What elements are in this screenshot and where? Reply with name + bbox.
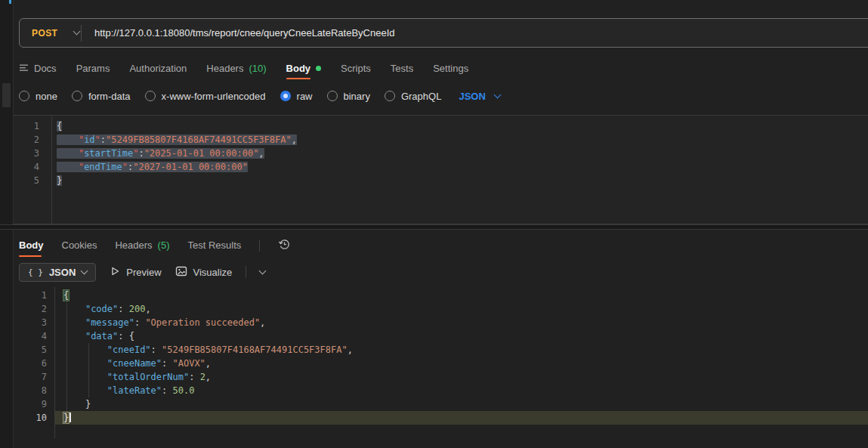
radio-selected-icon	[280, 91, 291, 101]
chevron-down-icon	[493, 91, 501, 98]
method-select[interactable]: POST	[20, 19, 81, 47]
tab-docs[interactable]: Docs	[19, 63, 57, 76]
chevron-down-icon	[81, 267, 88, 274]
toolbar-more-chevron[interactable]	[259, 267, 267, 274]
response-tab-headers[interactable]: Headers (5)	[115, 239, 169, 252]
bodytype-graphql[interactable]: GraphQL	[385, 91, 441, 102]
tab-label: Scripts	[341, 63, 371, 74]
pane-splitter[interactable]	[0, 224, 868, 230]
radio-icon	[385, 91, 395, 101]
history-icon	[278, 238, 291, 254]
tab-label: Docs	[34, 63, 57, 74]
request-body-editor[interactable]: 1{2 "id":"5249FB85807F4168AF74491CC5F3F8…	[14, 115, 868, 224]
tab-scripts[interactable]: Scripts	[341, 63, 371, 76]
image-icon	[175, 266, 187, 279]
active-tab-underline	[19, 255, 42, 257]
preview-button[interactable]: Preview	[110, 266, 161, 279]
braces-icon: { }	[28, 267, 43, 277]
tab-headers[interactable]: Headers (10)	[206, 63, 266, 76]
radio-icon	[327, 91, 338, 101]
tab-label: Body	[19, 239, 44, 251]
scrollbar-thumb[interactable]	[2, 83, 11, 107]
response-tab-test-results[interactable]: Test Results	[188, 239, 242, 252]
tab-label: Headers	[115, 239, 152, 251]
tab-label: Authorization	[129, 63, 187, 74]
divider	[246, 266, 246, 278]
response-tab-cookies[interactable]: Cookies	[62, 239, 97, 252]
tab-label: Settings	[433, 63, 468, 74]
tab-label: Tests	[391, 63, 413, 74]
bodytype-binary[interactable]: binary	[327, 91, 370, 102]
visualize-button[interactable]: Visualize	[175, 266, 233, 279]
docs-icon	[19, 63, 29, 74]
url-input[interactable]: http://127.0.0.1:18080/tms/report/cnee/q…	[82, 27, 394, 39]
radio-icon	[145, 91, 156, 101]
request-url-bar: POST http://127.0.0.1:18080/tms/report/c…	[19, 18, 868, 48]
bodytype-raw[interactable]: raw	[280, 91, 313, 102]
tab-authorization[interactable]: Authorization	[129, 63, 187, 76]
tab-settings[interactable]: Settings	[433, 63, 468, 76]
play-outline-icon	[110, 266, 120, 279]
method-label: POST	[32, 28, 57, 39]
chevron-down-icon	[73, 28, 81, 36]
tab-body[interactable]: Body	[286, 63, 322, 76]
response-tab-body[interactable]: Body	[19, 239, 44, 252]
tab-label: Headers	[206, 63, 243, 74]
divider	[259, 239, 260, 252]
bodytype-none[interactable]: none	[19, 91, 57, 102]
tab-params[interactable]: Params	[76, 63, 110, 76]
body-type-row: none form-data x-www-form-urlencoded raw…	[19, 86, 500, 106]
request-tabs: Docs Params Authorization Headers (10) B…	[19, 60, 468, 77]
response-history-button[interactable]	[278, 238, 291, 254]
headers-count-badge: (5)	[158, 239, 170, 251]
top-edge-accent	[9, 0, 11, 4]
body-modified-dot	[316, 66, 321, 71]
radio-icon	[72, 91, 82, 101]
radio-icon	[19, 91, 29, 101]
bodytype-form-data[interactable]: form-data	[72, 91, 131, 102]
headers-count-badge: (10)	[249, 63, 266, 74]
tab-label: Cookies	[62, 239, 97, 251]
tab-label: Body	[286, 63, 311, 74]
active-tab-underline	[286, 78, 310, 79]
format-label: JSON	[49, 267, 76, 278]
tab-label: Params	[76, 63, 110, 74]
response-format-select[interactable]: { } JSON	[19, 263, 96, 282]
response-toolbar: { } JSON Preview Visualize	[19, 262, 265, 282]
visualize-label: Visualize	[193, 267, 233, 278]
raw-language-label: JSON	[459, 91, 485, 102]
response-body-viewer[interactable]: 1{2 "code": 200,3 "message": "Operation …	[14, 287, 868, 438]
preview-label: Preview	[126, 267, 161, 278]
tab-label: Test Results	[188, 239, 242, 251]
response-tabs: Body Cookies Headers (5) Test Results	[19, 237, 291, 254]
raw-language-select[interactable]: JSON	[459, 91, 499, 102]
postman-window: POST http://127.0.0.1:18080/tms/report/c…	[0, 0, 868, 448]
bodytype-x-www-form-urlencoded[interactable]: x-www-form-urlencoded	[145, 91, 266, 102]
tab-tests[interactable]: Tests	[391, 63, 413, 76]
